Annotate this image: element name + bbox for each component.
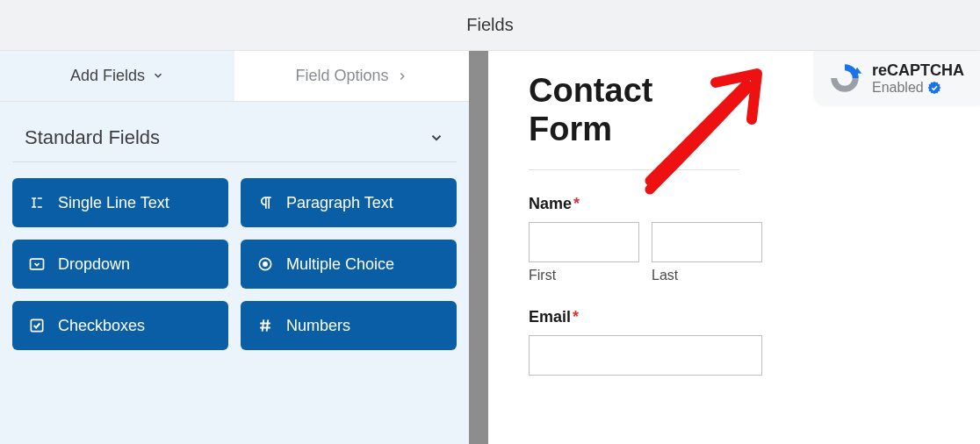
field-numbers[interactable]: Numbers xyxy=(241,301,457,350)
required-asterisk: * xyxy=(573,195,580,212)
last-name-sublabel: Last xyxy=(652,268,762,283)
field-grid: Single Line Text Paragraph Text Dropdown… xyxy=(0,162,469,366)
field-label: Numbers xyxy=(286,317,350,335)
tab-label: Field Options xyxy=(295,67,388,85)
svg-point-2 xyxy=(263,261,268,267)
form-preview: reCAPTCHA Enabled Contact Form Name* xyxy=(488,51,980,444)
field-dropdown[interactable]: Dropdown xyxy=(12,240,228,289)
section-title: Standard Fields xyxy=(25,126,160,149)
sidebar: Add Fields Field Options Standard Fields… xyxy=(0,51,472,444)
field-label: Paragraph Text xyxy=(286,194,393,212)
recaptcha-title: reCAPTCHA xyxy=(872,61,964,80)
main-layout: Add Fields Field Options Standard Fields… xyxy=(0,51,980,444)
name-label: Name* xyxy=(529,195,940,213)
chevron-down-icon xyxy=(152,69,164,82)
tab-label: Add Fields xyxy=(70,67,145,85)
field-single-line-text[interactable]: Single Line Text xyxy=(12,178,228,227)
top-bar: Fields xyxy=(0,0,980,51)
paragraph-icon xyxy=(256,194,274,211)
recaptcha-badge[interactable]: reCAPTCHA Enabled xyxy=(814,51,980,105)
top-bar-title: Fields xyxy=(466,15,513,35)
first-name-input[interactable] xyxy=(529,222,639,262)
hash-icon xyxy=(256,317,274,334)
field-checkboxes[interactable]: Checkboxes xyxy=(12,301,228,350)
text-cursor-icon xyxy=(28,194,46,211)
field-label: Single Line Text xyxy=(58,194,169,212)
checkbox-icon xyxy=(28,317,46,334)
field-label: Dropdown xyxy=(58,255,130,274)
form-title[interactable]: Contact Form xyxy=(529,72,739,170)
first-name-sublabel: First xyxy=(529,268,639,283)
svg-line-7 xyxy=(267,319,269,331)
recaptcha-status: Enabled xyxy=(872,80,924,96)
radio-icon xyxy=(256,255,274,273)
field-multiple-choice[interactable]: Multiple Choice xyxy=(241,240,457,289)
name-row: First Last xyxy=(529,222,940,283)
sidebar-tabs: Add Fields Field Options xyxy=(0,51,469,102)
dropdown-icon xyxy=(28,255,46,273)
recaptcha-icon xyxy=(826,60,863,97)
field-paragraph-text[interactable]: Paragraph Text xyxy=(241,178,457,227)
last-name-input[interactable] xyxy=(652,222,762,262)
email-label: Email* xyxy=(529,308,940,326)
tab-add-fields[interactable]: Add Fields xyxy=(0,51,234,101)
tab-field-options[interactable]: Field Options xyxy=(234,51,469,101)
chevron-right-icon xyxy=(396,70,408,82)
field-label: Checkboxes xyxy=(58,317,145,335)
chevron-down-icon xyxy=(429,130,444,146)
preview-wrap: reCAPTCHA Enabled Contact Form Name* xyxy=(472,51,980,444)
svg-line-6 xyxy=(263,319,264,331)
verified-icon xyxy=(927,81,941,95)
required-asterisk: * xyxy=(573,308,579,326)
section-header[interactable]: Standard Fields xyxy=(12,102,457,162)
email-input[interactable] xyxy=(529,335,762,376)
svg-rect-0 xyxy=(31,259,44,269)
field-label: Multiple Choice xyxy=(286,255,394,274)
recaptcha-text: reCAPTCHA Enabled xyxy=(872,61,964,96)
